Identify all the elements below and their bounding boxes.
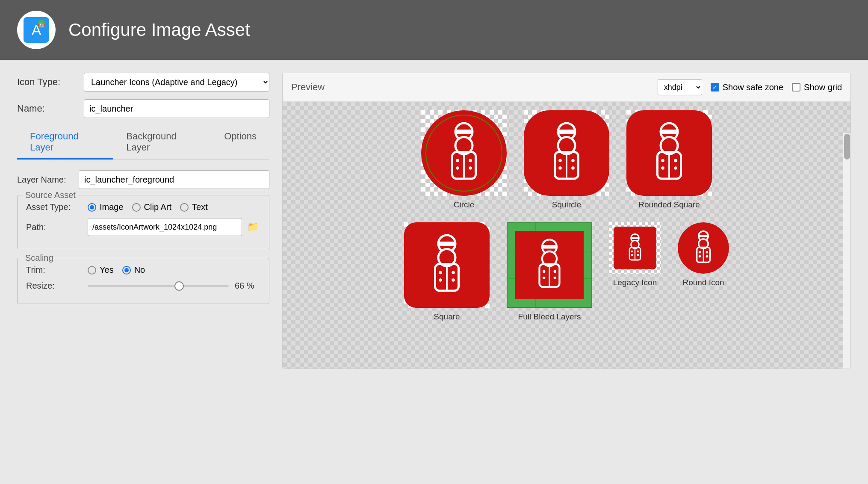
resize-value: 66 % <box>235 281 260 291</box>
asset-type-clipart-radio[interactable] <box>132 203 141 212</box>
tab-foreground-layer[interactable]: Foreground Layer <box>17 126 113 159</box>
show-safe-zone-checkbox[interactable] <box>711 83 719 91</box>
preview-item-legacy: Legacy Icon <box>609 222 661 322</box>
asset-type-clipart-option[interactable]: Clip Art <box>132 202 171 212</box>
scaling-section: Scaling Trim: Yes No Resize: <box>17 258 269 304</box>
tabs-container: Foreground Layer Background Layer Option… <box>17 126 269 160</box>
asset-type-image-label: Image <box>100 202 124 212</box>
asset-type-text-radio[interactable] <box>180 203 189 212</box>
scrollbar-track[interactable] <box>843 133 850 369</box>
svg-point-28 <box>661 166 664 170</box>
preview-item-round: Round Icon <box>678 222 729 322</box>
circle-label: Circle <box>454 200 475 210</box>
trim-no-radio[interactable] <box>122 266 131 274</box>
svg-point-11 <box>469 159 472 162</box>
asset-type-text-label: Text <box>192 202 208 212</box>
asset-type-image-option[interactable]: Image <box>88 202 124 212</box>
squircle-label: Squircle <box>552 200 582 210</box>
path-input[interactable] <box>88 218 242 236</box>
scrollbar-thumb[interactable] <box>844 134 850 159</box>
svg-rect-41 <box>542 245 557 249</box>
circle-chef-svg <box>432 121 496 185</box>
svg-rect-59 <box>699 235 708 237</box>
layer-name-label: Layer Name: <box>17 175 73 185</box>
left-panel: Icon Type: Launcher Icons (Adaptive and … <box>17 73 269 369</box>
svg-rect-32 <box>438 242 455 246</box>
tab-background-layer[interactable]: Background Layer <box>113 126 211 159</box>
preview-item-squircle: Squircle <box>524 110 609 210</box>
svg-rect-5 <box>455 130 472 134</box>
show-grid-option[interactable]: Show grid <box>792 83 842 92</box>
tab-options[interactable]: Options <box>211 126 269 159</box>
legacy-icon-container <box>609 222 661 274</box>
trim-yes-radio[interactable] <box>88 266 96 274</box>
show-grid-checkbox[interactable] <box>792 83 800 91</box>
full-bleed-inner <box>515 231 584 299</box>
square-label: Square <box>434 312 460 322</box>
svg-point-57 <box>637 254 639 256</box>
squircle-icon-container <box>524 110 609 196</box>
preview-item-rounded-square: Rounded Square <box>626 110 712 210</box>
svg-point-54 <box>631 251 633 253</box>
source-asset-section: Source Asset Asset Type: Image Clip Art <box>17 195 269 249</box>
squircle-icon-shape <box>524 110 609 196</box>
page-title: Configure Image Asset <box>68 20 250 40</box>
svg-point-66 <box>706 255 709 258</box>
svg-point-63 <box>699 251 701 254</box>
preview-row-1: Circle <box>291 110 842 210</box>
path-label: Path: <box>26 222 82 232</box>
trim-label: Trim: <box>26 265 82 275</box>
svg-point-10 <box>456 166 459 170</box>
svg-point-38 <box>452 271 455 274</box>
svg-point-19 <box>558 166 562 170</box>
trim-yes-option[interactable]: Yes <box>88 265 114 275</box>
layer-name-input[interactable] <box>79 170 269 189</box>
rounded-square-chef-svg <box>637 121 701 185</box>
trim-radio-group: Yes No <box>88 265 145 275</box>
svg-point-18 <box>558 159 562 162</box>
svg-text:🤖: 🤖 <box>38 21 46 28</box>
scaling-title: Scaling <box>23 253 56 263</box>
resize-slider[interactable] <box>88 285 229 287</box>
preview-area: Circle <box>283 102 850 369</box>
preview-row-3 <box>291 334 842 360</box>
svg-point-56 <box>637 251 639 253</box>
asset-type-image-radio[interactable] <box>88 203 96 212</box>
square-icon-container <box>404 222 490 308</box>
asset-type-text-option[interactable]: Text <box>180 202 208 212</box>
svg-point-36 <box>439 271 442 274</box>
show-safe-zone-label: Show safe zone <box>723 83 783 92</box>
density-select[interactable]: mdpi hdpi xhdpi xxhdpi xxxhdpi <box>658 79 702 95</box>
svg-point-21 <box>571 166 575 170</box>
trim-no-option[interactable]: No <box>122 265 145 275</box>
trim-yes-label: Yes <box>100 265 114 275</box>
browse-button[interactable]: 📁 <box>245 220 260 234</box>
source-asset-title: Source Asset <box>23 190 78 200</box>
squircle-chef-svg <box>534 121 599 185</box>
right-panel: Preview mdpi hdpi xhdpi xxhdpi xxxhdpi S… <box>282 73 851 369</box>
svg-point-39 <box>452 278 455 282</box>
svg-rect-14 <box>558 130 575 134</box>
asset-type-label: Asset Type: <box>26 202 82 212</box>
full-bleed-icon-container <box>507 222 592 308</box>
tabs: Foreground Layer Background Layer Option… <box>17 126 269 159</box>
icon-type-row: Icon Type: Launcher Icons (Adaptive and … <box>17 73 269 91</box>
square-chef-svg <box>415 233 479 297</box>
svg-point-20 <box>571 159 575 162</box>
svg-point-12 <box>469 166 472 170</box>
preview-item-circle: Circle <box>421 110 507 210</box>
svg-point-47 <box>554 270 556 273</box>
legacy-icon-shape <box>614 227 656 269</box>
layer-name-row: Layer Name: <box>17 170 269 189</box>
show-safe-zone-option[interactable]: Show safe zone <box>711 83 783 92</box>
name-input[interactable] <box>84 99 269 118</box>
svg-point-27 <box>661 159 664 162</box>
trim-row: Trim: Yes No <box>26 265 260 275</box>
resize-row: Resize: 66 % <box>26 281 260 291</box>
legacy-label: Legacy Icon <box>613 278 657 287</box>
icon-type-select[interactable]: Launcher Icons (Adaptive and Legacy) Act… <box>84 73 269 91</box>
trim-no-label: No <box>134 265 145 275</box>
svg-rect-23 <box>661 130 678 134</box>
full-bleed-label: Full Bleed Layers <box>518 312 581 322</box>
svg-rect-50 <box>631 237 639 239</box>
